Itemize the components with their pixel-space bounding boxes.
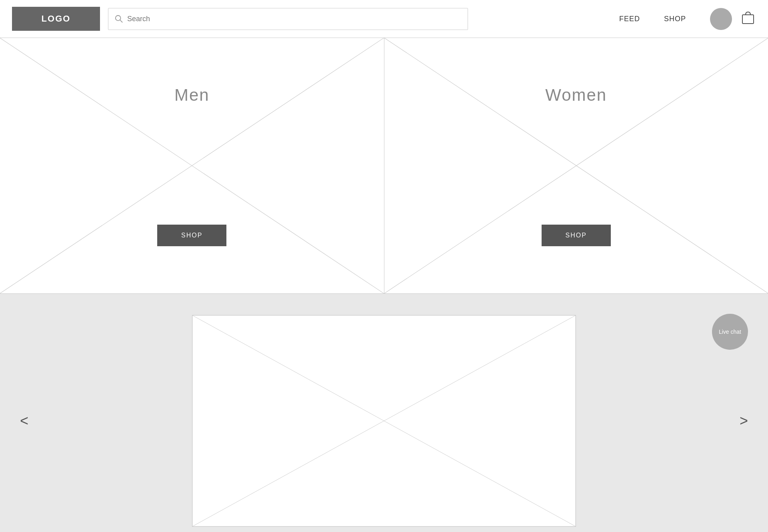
live-chat-button[interactable]: Live chat [712,314,748,350]
header-icons [710,8,756,30]
nav-feed[interactable]: FEED [619,15,640,23]
svg-point-0 [116,16,121,21]
nav-shop[interactable]: SHOP [664,15,686,23]
svg-line-1 [120,20,122,22]
search-icon [114,14,123,23]
lower-section: < > Live chat [0,294,768,532]
carousel-next-button[interactable]: > [732,408,756,433]
search-bar[interactable] [108,8,468,30]
logo[interactable]: LOGO [12,7,100,31]
women-shop-button[interactable]: SHOP [542,225,611,246]
women-label: Women [545,86,607,105]
hero-men-panel: Men SHOP [0,38,384,293]
live-chat-label: Live chat [719,328,741,335]
header: LOGO FEED SHOP [0,0,768,38]
nav-links: FEED SHOP [619,15,686,23]
avatar[interactable] [710,8,732,30]
carousel-image [192,315,576,527]
men-label: Men [174,86,210,105]
carousel-prev-button[interactable]: < [12,408,36,433]
logo-label: LOGO [42,14,71,24]
svg-rect-2 [742,15,754,24]
search-input[interactable] [127,15,462,23]
men-wireframe [0,38,384,293]
hero-section: Men SHOP Women SHOP [0,38,768,294]
men-shop-button[interactable]: SHOP [157,225,226,246]
women-wireframe [384,38,768,293]
hero-women-panel: Women SHOP [384,38,768,293]
cart-icon[interactable] [740,10,756,28]
